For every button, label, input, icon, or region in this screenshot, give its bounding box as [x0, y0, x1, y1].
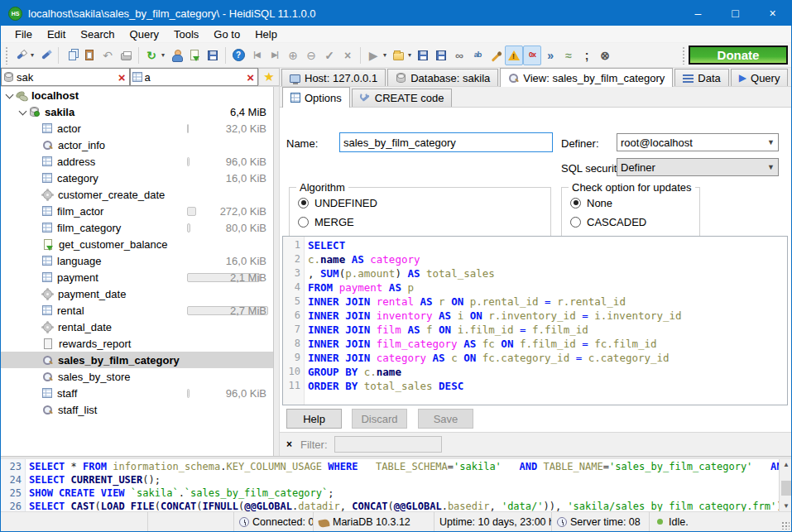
- table-filter-input[interactable]: [145, 71, 243, 84]
- save-button[interactable]: Save: [418, 409, 473, 429]
- chevron-down-icon[interactable]: ▾: [161, 51, 165, 59]
- menu-query[interactable]: Query: [122, 26, 166, 42]
- post-changes-icon[interactable]: ✓: [320, 46, 338, 65]
- sql-source-editor[interactable]: 1234567891011 SELECTc.name AS category, …: [282, 236, 788, 405]
- save-snippet-icon[interactable]: [204, 46, 222, 65]
- bind-params-icon[interactable]: [505, 46, 523, 65]
- tab-database[interactable]: Database: sakila: [387, 69, 498, 86]
- refresh-icon[interactable]: ↻: [142, 46, 161, 65]
- open-sql-file-icon[interactable]: [389, 46, 407, 65]
- tree-item-address[interactable]: address96,0 KiB: [1, 153, 273, 170]
- help-button[interactable]: Help: [286, 409, 342, 429]
- undo-icon[interactable]: ↶: [98, 46, 117, 65]
- chevron-down-icon[interactable]: [17, 106, 29, 117]
- definer-select[interactable]: root@localhost▼: [617, 133, 779, 151]
- beautify-icon[interactable]: [487, 46, 505, 65]
- tree-item-rental[interactable]: rental2,7 MiB: [1, 302, 273, 319]
- maximize-button[interactable]: □: [717, 1, 754, 26]
- reformat-icon[interactable]: ≈: [559, 46, 578, 65]
- menu-tools[interactable]: Tools: [166, 26, 206, 42]
- tree-item-film_category[interactable]: film_category80,0 KiB: [1, 219, 273, 236]
- tree-item-actor_info[interactable]: actor_info: [1, 137, 273, 153]
- cancel-editing-icon[interactable]: ×: [338, 46, 357, 65]
- log-lines[interactable]: SELECT * FROM information_schema.KEY_COL…: [26, 459, 779, 511]
- tree-item-staff_list[interactable]: staff_list: [1, 401, 273, 418]
- log-scrollbar[interactable]: ▲ ▼: [779, 459, 792, 511]
- tree-item-sakila[interactable]: sakila6,4 MiB: [1, 103, 273, 120]
- radio-algorithm-merge[interactable]: MERGE: [290, 213, 550, 231]
- chevron-down-icon[interactable]: ▾: [383, 51, 386, 59]
- save-sql-as-icon[interactable]: [432, 46, 450, 65]
- tree-item-category[interactable]: category16,0 KiB: [1, 170, 273, 186]
- tab-data[interactable]: Data: [674, 69, 728, 86]
- paste-icon[interactable]: [80, 46, 98, 65]
- last-record-icon[interactable]: ▶|: [266, 46, 284, 65]
- tree-item-sales_by_film_category[interactable]: sales_by_film_category: [1, 352, 273, 368]
- remove-record-icon[interactable]: ⊖: [302, 46, 320, 65]
- minimize-button[interactable]: –: [679, 1, 717, 26]
- resize-grip[interactable]: [781, 521, 790, 530]
- tree-item-get_customer_balance[interactable]: get_customer_balance: [1, 236, 273, 252]
- tab-view[interactable]: View: sales_by_film_category: [500, 68, 673, 87]
- user-manager-icon[interactable]: [167, 46, 185, 65]
- print-icon[interactable]: [117, 46, 135, 65]
- explain-icon[interactable]: »: [541, 46, 559, 65]
- editor-code[interactable]: SELECTc.name AS category, SUM(p.amount) …: [305, 237, 787, 405]
- close-filter-icon[interactable]: ×: [286, 439, 292, 450]
- first-record-icon[interactable]: |◀: [247, 46, 266, 65]
- chevron-down-icon[interactable]: ▾: [31, 51, 34, 59]
- subtab-options[interactable]: Options: [282, 87, 350, 108]
- favorites-star-icon[interactable]: ★: [258, 68, 280, 86]
- scroll-down-icon[interactable]: ▼: [783, 502, 790, 510]
- filter-input[interactable]: [334, 436, 442, 453]
- run-query-icon[interactable]: ▶: [364, 46, 382, 65]
- sql-security-select[interactable]: Definer▼: [617, 158, 779, 176]
- vertical-splitter[interactable]: [274, 87, 280, 456]
- tab-query[interactable]: ▶Query: [731, 69, 789, 86]
- tree-item-localhost[interactable]: localhost: [1, 87, 273, 103]
- stop-icon[interactable]: ⊗: [596, 46, 614, 65]
- donate-button[interactable]: Donate: [689, 46, 788, 65]
- tree-item-actor[interactable]: actor32,0 KiB: [1, 120, 273, 137]
- discard-button[interactable]: Discard: [352, 409, 407, 429]
- close-button[interactable]: ×: [754, 1, 791, 26]
- tree-item-staff[interactable]: staff96,0 KiB: [1, 385, 273, 401]
- replace-text-icon[interactable]: ab: [468, 46, 487, 65]
- view-name-input[interactable]: [339, 132, 553, 152]
- radio-check-cascaded[interactable]: CASCADED: [562, 213, 699, 231]
- scroll-thumb[interactable]: [781, 481, 791, 496]
- toolbar-grip[interactable]: [5, 46, 9, 65]
- tree-item-payment_date[interactable]: payment_date: [1, 285, 273, 302]
- tree-item-film_actor[interactable]: film_actor272,0 KiB: [1, 203, 273, 219]
- scroll-up-icon[interactable]: ▲: [783, 461, 790, 468]
- export-tables-icon[interactable]: [185, 46, 204, 65]
- toolbar-grip[interactable]: [682, 46, 686, 65]
- menu-go-to[interactable]: Go to: [206, 26, 247, 42]
- radio-check-none[interactable]: None: [562, 194, 699, 212]
- tree-item-language[interactable]: language16,0 KiB: [1, 252, 273, 269]
- hex-view-icon[interactable]: 0x: [523, 46, 541, 65]
- tree-item-sales_by_store[interactable]: sales_by_store: [1, 368, 273, 385]
- radio-algorithm-undefined[interactable]: UNDEFINED: [290, 194, 550, 212]
- find-text-icon[interactable]: ∞: [450, 46, 468, 65]
- copy-icon[interactable]: [62, 46, 80, 65]
- clear-table-filter-icon[interactable]: ×: [245, 71, 256, 84]
- session-manager-icon[interactable]: [12, 46, 30, 65]
- tab-host[interactable]: Host: 127.0.0.1: [281, 69, 386, 86]
- menu-search[interactable]: Search: [73, 26, 122, 42]
- tree-item-rental_date[interactable]: rental_date: [1, 319, 273, 335]
- save-sql-icon[interactable]: [414, 46, 432, 65]
- subtab-create-code[interactable]: CREATE code: [352, 89, 453, 107]
- semicolon-icon[interactable]: ;: [578, 46, 596, 65]
- menu-file[interactable]: File: [7, 26, 40, 42]
- chevron-down-icon[interactable]: [4, 89, 16, 101]
- tree-item-payment[interactable]: payment2,1 MiB: [1, 269, 273, 285]
- help-icon[interactable]: ?: [229, 46, 247, 65]
- menu-help[interactable]: Help: [247, 26, 285, 42]
- chevron-down-icon[interactable]: ▾: [408, 51, 411, 59]
- add-record-icon[interactable]: ⊕: [284, 46, 302, 65]
- tree-item-rewards_report[interactable]: rewards_report: [1, 335, 273, 352]
- menu-edit[interactable]: Edit: [40, 26, 73, 42]
- tree-item-customer_create_date[interactable]: customer_create_date: [1, 186, 273, 203]
- clear-database-filter-icon[interactable]: ×: [117, 71, 127, 84]
